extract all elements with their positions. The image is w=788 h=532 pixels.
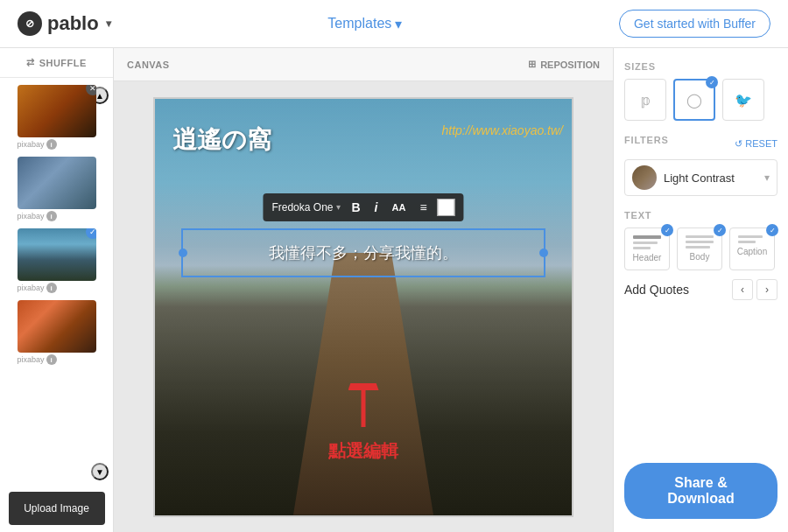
- body-check-icon: ✓: [714, 224, 726, 236]
- reset-icon: ↺: [735, 138, 742, 150]
- caption-label: Caption: [737, 247, 767, 256]
- pinterest-icon: 𝕡: [641, 92, 651, 108]
- thumb-label-2: pixabay i: [18, 211, 96, 221]
- size-square-button[interactable]: ✓ ◯: [673, 79, 715, 121]
- canvas-label: CANVAS: [127, 60, 170, 70]
- text-body-button[interactable]: ✓ Body: [677, 228, 722, 270]
- logo-text: pablo: [47, 12, 99, 35]
- filters-header: FILTERS ↺ RESET: [624, 135, 777, 152]
- twitter-icon: 🐦: [735, 92, 752, 108]
- text-box[interactable]: 我懂得不多；分享我懂的。: [181, 228, 545, 277]
- upload-image-button[interactable]: Upload Image: [9, 492, 105, 525]
- thumb-label-1: pixabay i: [18, 139, 96, 150]
- logo: ⊘ pablo ▾: [18, 11, 111, 36]
- info-icon: i: [46, 211, 57, 221]
- reposition-button[interactable]: ⊞ REPOSITION: [528, 59, 600, 70]
- right-panel: SIZES 𝕡 ✓ ◯ 🐦 FILTERS ↺ RESET: [613, 48, 788, 532]
- thumbnail-3[interactable]: ✓: [18, 228, 96, 281]
- filters-section: FILTERS ↺ RESET Light Contrast ▾: [624, 135, 777, 196]
- color-picker[interactable]: [438, 199, 455, 216]
- header-center: Templates ▾: [111, 16, 619, 32]
- logo-icon: ⊘: [18, 11, 42, 36]
- sidebar-images: ▲ ✕ pixabay i pixabay i: [0, 78, 113, 485]
- close-icon[interactable]: ✕: [86, 85, 96, 95]
- main-layout: ⇄ SHUFFLE ▲ ✕ pixabay i pixabay i: [0, 48, 788, 532]
- list-item: pixabay i: [18, 300, 96, 365]
- canvas-wrapper: 逍遙の窩 http://www.xiaoyao.tw/ Fredoka One …: [114, 81, 613, 532]
- size-check-icon: ✓: [706, 76, 718, 88]
- canvas-area: CANVAS ⊞ REPOSITION 逍遙の窩 http://www.xiao…: [114, 48, 613, 532]
- reset-button[interactable]: ↺ RESET: [735, 138, 777, 150]
- reposition-label: REPOSITION: [540, 60, 600, 70]
- size-pinterest-button[interactable]: 𝕡: [624, 79, 666, 121]
- shuffle-label: SHUFFLE: [39, 58, 87, 68]
- text-caption-button[interactable]: ✓ Caption: [729, 228, 775, 270]
- filter-thumbnail: [632, 165, 657, 190]
- header-label: Header: [633, 253, 662, 262]
- handle-left[interactable]: [179, 248, 187, 257]
- size-twitter-button[interactable]: 🐦: [722, 79, 764, 121]
- handle-right[interactable]: [539, 248, 548, 257]
- get-started-button[interactable]: Get started with Buffer: [619, 10, 770, 38]
- font-size-button[interactable]: AA: [389, 200, 410, 214]
- header: ⊘ pablo ▾ Templates ▾ Get started with B…: [0, 0, 788, 48]
- thumb-label-4: pixabay i: [18, 354, 96, 365]
- scroll-down-button[interactable]: ▼: [91, 463, 109, 480]
- reset-label: RESET: [745, 138, 777, 149]
- body-label: Body: [690, 252, 710, 262]
- add-quotes-label: Add Quotes: [624, 283, 689, 297]
- bold-button[interactable]: B: [348, 199, 363, 216]
- selected-badge: ✓: [86, 228, 96, 239]
- shuffle-button[interactable]: ⇄ SHUFFLE: [0, 48, 113, 78]
- align-button[interactable]: ≡: [416, 199, 430, 216]
- share-download-button[interactable]: Share & Download: [624, 463, 777, 519]
- text-section: TEXT ✓ Header ✓: [624, 210, 777, 300]
- quotes-prev-button[interactable]: ‹: [732, 279, 753, 300]
- header-check-icon: ✓: [661, 224, 673, 236]
- shuffle-icon: ⇄: [26, 57, 35, 68]
- font-chevron-icon: ▾: [336, 202, 341, 212]
- font-name: Fredoka One: [271, 201, 333, 214]
- filters-title: FILTERS: [624, 135, 669, 145]
- body-lines: [686, 235, 714, 248]
- quotes-next-button[interactable]: ›: [756, 279, 777, 300]
- filter-chevron-icon: ▾: [764, 172, 770, 184]
- canvas-toolbar: CANVAS ⊞ REPOSITION: [114, 48, 613, 81]
- sizes-title: SIZES: [624, 61, 777, 72]
- square-icon: ◯: [686, 92, 702, 108]
- filter-selector[interactable]: Light Contrast ▾: [624, 159, 777, 196]
- text-edit-toolbar: Fredoka One ▾ B i AA ≡: [263, 193, 463, 221]
- canvas-body-text: 我懂得不多；分享我懂的。: [201, 242, 526, 263]
- sizes-row: 𝕡 ✓ ◯ 🐦: [624, 79, 777, 121]
- list-item: pixabay i: [18, 157, 96, 221]
- thumbnail-4[interactable]: [18, 300, 96, 353]
- header-lines: [633, 235, 661, 249]
- thumbnail-2[interactable]: [18, 157, 96, 209]
- sidebar: ⇄ SHUFFLE ▲ ✕ pixabay i pixabay i: [0, 48, 114, 532]
- caption-lines: [738, 235, 766, 243]
- add-quotes-row: Add Quotes ‹ ›: [624, 279, 777, 300]
- info-icon: i: [46, 139, 57, 150]
- filter-name: Light Contrast: [664, 172, 757, 185]
- canvas-url-text: http://www.xiaoyao.tw/: [441, 123, 563, 137]
- text-header-button[interactable]: ✓ Header: [624, 228, 670, 270]
- templates-button[interactable]: Templates ▾: [327, 16, 402, 32]
- list-item: ✓ pixabay i: [18, 228, 96, 293]
- canvas-title-text: 逍遙の窩: [172, 123, 271, 157]
- arrow-icon: [341, 383, 385, 436]
- text-options: ✓ Header ✓ Body: [624, 228, 777, 270]
- sizes-section: SIZES 𝕡 ✓ ◯ 🐦: [624, 61, 777, 121]
- info-icon: i: [46, 283, 57, 293]
- templates-chevron-icon: ▾: [395, 16, 402, 32]
- quotes-nav: ‹ ›: [732, 279, 777, 300]
- arrow-label: 點選編輯: [328, 439, 398, 463]
- arrow-annotation: 點選編輯: [328, 383, 398, 463]
- text-title: TEXT: [624, 210, 777, 220]
- reposition-icon: ⊞: [528, 59, 536, 70]
- italic-button[interactable]: i: [371, 199, 382, 216]
- font-selector[interactable]: Fredoka One ▾: [271, 201, 341, 214]
- list-item: ✕ pixabay i: [18, 85, 96, 150]
- canvas[interactable]: 逍遙の窩 http://www.xiaoyao.tw/ Fredoka One …: [153, 97, 573, 517]
- caption-check-icon: ✓: [766, 224, 778, 236]
- thumbnail-1[interactable]: ✕: [18, 85, 96, 137]
